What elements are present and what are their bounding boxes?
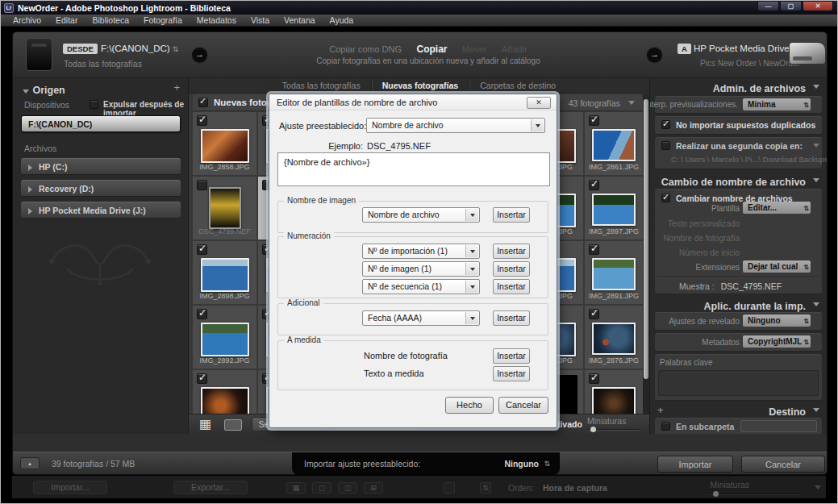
- menu-archivo[interactable]: Archivo: [6, 15, 48, 25]
- metadata-dropdown[interactable]: CopyrightMJL: [743, 335, 811, 348]
- template-dropdown[interactable]: Editar...: [743, 202, 811, 214]
- drive-item-c[interactable]: HP (C:): [21, 158, 181, 175]
- preset-combobox[interactable]: Nombre de archivo: [366, 118, 545, 133]
- date-combobox[interactable]: Fecha (AAAA): [362, 310, 480, 326]
- photo-cell[interactable]: IMG_2876.JPG: [585, 306, 643, 369]
- menu-fotografia[interactable]: Fotografía: [136, 15, 190, 25]
- sequence-number-combobox[interactable]: Nº de secuencia (1): [362, 279, 480, 294]
- photo-thumbnail[interactable]: [592, 323, 636, 355]
- preset-selector-icon[interactable]: [544, 460, 550, 468]
- photo-thumbnail[interactable]: [201, 129, 249, 163]
- group-collapse-icon[interactable]: [628, 101, 635, 105]
- menu-vista[interactable]: Vista: [244, 15, 277, 25]
- photo-cell[interactable]: IMG_2858.JPG: [193, 112, 256, 175]
- destination-collapse-icon[interactable]: [813, 408, 819, 412]
- insert-date-button[interactable]: Insertar: [493, 310, 530, 326]
- dialog-close-button[interactable]: ✕: [527, 97, 551, 109]
- photo-checkbox[interactable]: [589, 115, 599, 126]
- menu-ayuda[interactable]: Ayuda: [323, 15, 361, 25]
- no-duplicates-checkbox[interactable]: [661, 120, 670, 129]
- photo-checkbox[interactable]: [197, 115, 207, 126]
- cancel-button[interactable]: Cancelar: [741, 456, 825, 473]
- grid-scrollbar[interactable]: [643, 94, 649, 414]
- photo-checkbox[interactable]: [589, 309, 599, 319]
- photo-cell[interactable]: IMG_2861.JPG: [585, 112, 643, 175]
- menu-ventana[interactable]: Ventana: [277, 15, 323, 25]
- insert-image-name-button[interactable]: Insertar: [493, 207, 530, 223]
- photo-cell[interactable]: IMG_2891.JPG: [585, 241, 643, 304]
- menu-metadatos[interactable]: Metadatos: [190, 15, 244, 25]
- insert-import-number-button[interactable]: Insertar: [493, 244, 530, 259]
- group-checkbox[interactable]: [198, 98, 208, 107]
- template-tokens-input[interactable]: {Nombre de archivo»}: [277, 152, 550, 186]
- maximize-button[interactable]: ▢: [780, 1, 802, 11]
- previews-dropdown[interactable]: Mínima: [743, 98, 811, 110]
- photo-checkbox[interactable]: [197, 373, 207, 384]
- insert-shoot-name-button[interactable]: Insertar: [493, 348, 530, 364]
- done-button[interactable]: Hecho: [445, 397, 494, 414]
- file-handling-collapse-icon[interactable]: [813, 85, 819, 89]
- drive-item-j[interactable]: HP Pocket Media Drive (J:): [21, 202, 181, 219]
- rename-checkbox[interactable]: [661, 194, 670, 202]
- grid-view-icon[interactable]: ▦: [199, 417, 211, 431]
- photo-thumbnail[interactable]: [592, 129, 636, 161]
- insert-custom-text-button[interactable]: Insertar: [493, 366, 530, 381]
- photo-cell[interactable]: IMG_2897.JPG: [585, 177, 643, 240]
- import-preset-value[interactable]: Ninguno: [504, 459, 539, 469]
- scrollbar-thumb[interactable]: [644, 99, 648, 379]
- minimize-button[interactable]: —: [757, 1, 779, 11]
- file-handling-header[interactable]: Admin. de archivos: [713, 81, 806, 95]
- image-number-combobox[interactable]: Nº de imagen (1): [362, 261, 480, 277]
- eject-checkbox[interactable]: [90, 100, 98, 109]
- thumbnail-size-slider[interactable]: [589, 429, 639, 431]
- source-panel-header[interactable]: Origen: [23, 82, 65, 97]
- keywords-input[interactable]: [658, 370, 819, 396]
- apply-collapse-icon[interactable]: [813, 302, 819, 306]
- import-number-combobox[interactable]: Nº de importación (1): [362, 244, 480, 259]
- photo-thumbnail[interactable]: [201, 258, 249, 292]
- photo-cell[interactable]: IMG_2892.JPG: [193, 306, 256, 369]
- slider-thumb[interactable]: [590, 427, 596, 432]
- photo-checkbox[interactable]: [589, 180, 599, 190]
- panel-collapse-button[interactable]: ▲: [20, 457, 40, 469]
- source-selector-icon[interactable]: [173, 45, 179, 53]
- apply-header[interactable]: Aplic. durante la imp.: [704, 298, 806, 313]
- photo-checkbox[interactable]: [589, 373, 599, 384]
- renaming-collapse-icon[interactable]: [813, 178, 819, 182]
- photo-thumbnail[interactable]: [592, 194, 636, 226]
- menu-biblioteca[interactable]: Biblioteca: [85, 15, 136, 25]
- renaming-header[interactable]: Cambio de nombre de archivo: [661, 174, 806, 189]
- destination-header[interactable]: Destino: [769, 404, 806, 419]
- photo-thumbnail[interactable]: [201, 323, 249, 356]
- photo-thumbnail[interactable]: [592, 258, 636, 290]
- import-button[interactable]: Importar: [657, 456, 733, 473]
- insert-sequence-number-button[interactable]: Insertar: [493, 279, 530, 294]
- tab-new-photos[interactable]: Nuevas fotografías: [372, 81, 469, 90]
- tab-all-photos[interactable]: Todas las fotografías: [272, 81, 371, 90]
- photo-cell[interactable]: IMG_2898.JPG: [193, 241, 256, 304]
- insert-image-number-button[interactable]: Insertar: [493, 261, 530, 277]
- destination-plus-button[interactable]: +: [657, 404, 664, 416]
- drive-item-d[interactable]: Recovery (D:): [21, 180, 181, 197]
- close-button[interactable]: ✕: [803, 1, 833, 11]
- menu-editar[interactable]: Editar: [48, 15, 85, 25]
- dialog-cancel-button[interactable]: Cancelar: [498, 397, 548, 414]
- photo-checkbox[interactable]: [197, 244, 207, 255]
- photo-checkbox[interactable]: [589, 244, 599, 255]
- tab-destination-folders[interactable]: Carpetas de destino: [469, 81, 566, 90]
- second-copy-checkbox[interactable]: [661, 141, 670, 150]
- image-name-combobox[interactable]: Nombre de archivo: [362, 207, 480, 223]
- device-item-canon[interactable]: F:\(CANON_DC): [21, 115, 181, 132]
- subfolder-checkbox[interactable]: [661, 422, 670, 431]
- extensions-dropdown[interactable]: Dejar tal cual: [743, 260, 811, 273]
- method-copy[interactable]: Copiar: [417, 44, 448, 55]
- source-name[interactable]: F:\(CANON_DC): [101, 44, 178, 53]
- method-copy-dng[interactable]: Copiar como DNG: [329, 44, 402, 54]
- photo-cell[interactable]: DSC_4799.NEF: [193, 177, 256, 240]
- photo-thumbnail[interactable]: [209, 187, 241, 229]
- source-panel-plus-button[interactable]: +: [173, 81, 180, 94]
- develop-dropdown[interactable]: Ninguno: [743, 314, 811, 327]
- second-copy-collapse-icon[interactable]: [813, 144, 819, 148]
- loupe-view-icon[interactable]: [224, 419, 242, 431]
- subfolder-input[interactable]: [740, 420, 817, 432]
